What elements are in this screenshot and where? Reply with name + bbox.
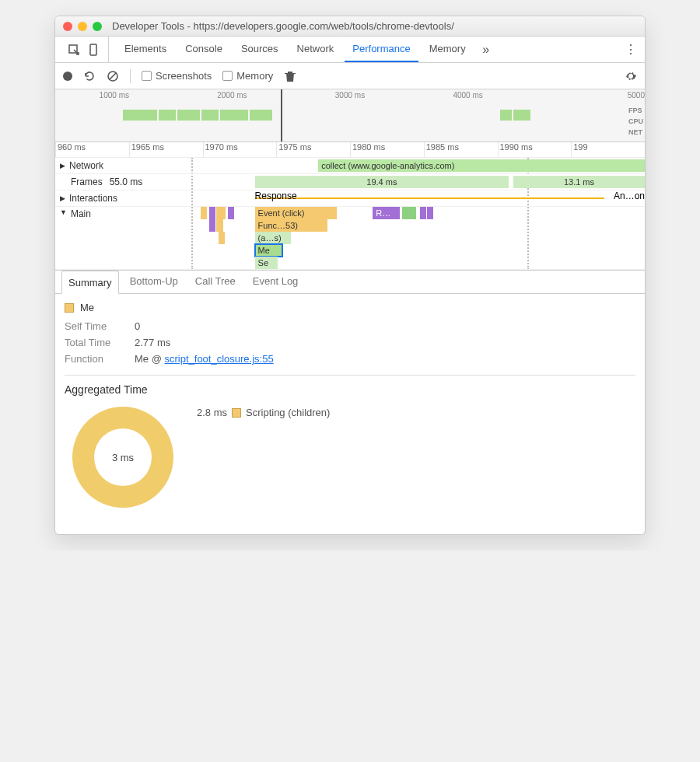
reload-icon[interactable] (83, 70, 96, 82)
source-link[interactable]: script_foot_closure.js:55 (164, 353, 273, 365)
tab-network[interactable]: Network (289, 37, 342, 62)
trash-icon[interactable] (284, 70, 296, 82)
subtab-summary[interactable]: Summary (61, 271, 119, 294)
flame-chart[interactable]: 960 ms1965 ms1970 ms1975 ms1980 ms1985 m… (55, 142, 645, 271)
legend-item: 2.8 ms Scripting (children) (197, 407, 330, 418)
subtab-calltree[interactable]: Call Tree (189, 271, 242, 293)
aggregated-title: Aggregated Time (65, 375, 635, 396)
tab-memory[interactable]: Memory (422, 37, 474, 62)
maximize-icon[interactable] (93, 22, 102, 31)
frame-2[interactable]: 13.1 ms (513, 176, 645, 188)
more-tabs-icon[interactable]: » (477, 43, 495, 57)
gear-icon[interactable] (625, 70, 637, 82)
tab-elements[interactable]: Elements (117, 37, 174, 62)
network-item[interactable]: collect (www.google-analytics.com) (318, 159, 645, 172)
track-frames[interactable]: Frames55.0 ms 19.4 ms 13.1 ms (55, 174, 645, 190)
se-fn[interactable]: Se (255, 257, 278, 269)
donut-total: 3 ms (112, 452, 134, 463)
overview-timeline[interactable]: 1000 ms 2000 ms 3000 ms 4000 ms 5000 FPS… (55, 89, 645, 142)
track-interactions[interactable]: ▶Interactions Response An…on (55, 190, 645, 207)
minimize-icon[interactable] (78, 22, 87, 31)
summary-name: Me (80, 302, 94, 313)
self-time-value: 0 (135, 320, 140, 332)
title-bar: Developer Tools - https://developers.goo… (55, 16, 645, 37)
devtools-window: Developer Tools - https://developers.goo… (54, 16, 646, 535)
clear-icon[interactable] (107, 70, 119, 82)
legend-swatch (232, 408, 241, 418)
perf-toolbar: Screenshots Memory (55, 63, 645, 89)
flame-ruler: 960 ms1965 ms1970 ms1975 ms1980 ms1985 m… (55, 142, 645, 158)
donut-chart: 3 ms (72, 407, 173, 508)
color-swatch (65, 303, 74, 313)
total-time-value: 2.77 ms (135, 337, 170, 348)
tab-performance[interactable]: Performance (345, 37, 418, 62)
r-bar[interactable]: R… (373, 207, 400, 219)
summary-panel: Me Self Time0 Total Time2.77 ms Function… (55, 294, 645, 534)
close-icon[interactable] (63, 22, 72, 31)
kebab-menu-icon[interactable]: ⋮ (621, 42, 640, 57)
record-button[interactable] (63, 72, 72, 81)
device-icon[interactable] (88, 44, 100, 56)
tab-console[interactable]: Console (177, 37, 230, 62)
frame-1[interactable]: 19.4 ms (255, 176, 509, 188)
overview-marker[interactable] (281, 89, 282, 142)
window-title: Developer Tools - https://developers.goo… (107, 20, 637, 32)
detail-tabs: Summary Bottom-Up Call Tree Event Log (55, 271, 645, 294)
interaction-response: Response (255, 190, 297, 201)
screenshots-checkbox[interactable]: Screenshots (142, 70, 212, 82)
memory-checkbox[interactable]: Memory (222, 70, 273, 82)
subtab-eventlog[interactable]: Event Log (247, 271, 305, 293)
devtools-tabs: Elements Console Sources Network Perform… (55, 37, 645, 63)
inspect-icon[interactable] (68, 44, 80, 56)
subtab-bottomup[interactable]: Bottom-Up (124, 271, 184, 293)
event-click[interactable]: Event (click) (255, 207, 337, 219)
func-call[interactable]: Func…53) (255, 219, 327, 232)
fps-bars (55, 107, 621, 121)
track-network[interactable]: ▶Network collect (www.google-analytics.c… (55, 158, 645, 174)
interaction-anim: An…on (614, 190, 645, 201)
anon-fn[interactable]: (a…s) (255, 232, 292, 244)
track-main[interactable]: ▼Main Event (click) R… (55, 207, 645, 270)
tab-sources[interactable]: Sources (233, 37, 286, 62)
svg-rect-1 (90, 44, 96, 55)
selected-fn[interactable]: Me (255, 244, 282, 257)
